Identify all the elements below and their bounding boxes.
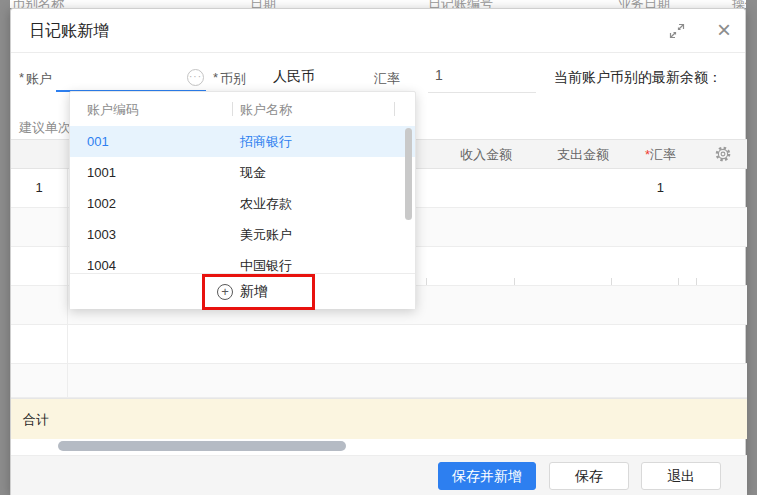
- rate-input[interactable]: 1: [435, 67, 443, 83]
- dropdown-add-new-button[interactable]: + 新增: [70, 273, 415, 309]
- plus-circle-icon: +: [217, 284, 233, 300]
- account-lookup-icon[interactable]: ···: [187, 69, 204, 86]
- new-journal-entry-dialog: 日记账新增 × * 账户 ··· * 币别 人民币 汇率 1 当前账户币别的最新…: [10, 8, 746, 495]
- dialog-footer: 保存并新增 保存 退出: [11, 455, 747, 495]
- current-balance-text: 当前账户币别的最新余额：: [554, 69, 722, 87]
- add-new-label: 新增: [240, 283, 268, 301]
- dialog-title: 日记账新增: [29, 9, 109, 53]
- row-number: 1: [11, 169, 67, 207]
- rate-input-underline: [428, 92, 536, 93]
- column-header-income: 收入金额: [426, 146, 512, 164]
- close-icon[interactable]: ×: [711, 17, 737, 43]
- total-label: 合计: [23, 399, 49, 440]
- dropdown-header-code: 账户编码: [87, 101, 139, 119]
- bg-header-fragment: 币别名称: [12, 0, 64, 8]
- dropdown-scrollbar-thumb[interactable]: [405, 128, 412, 220]
- bg-header-fragment: 操作: [732, 0, 746, 8]
- rate-label: 汇率: [374, 70, 400, 88]
- account-label: 账户: [26, 70, 52, 88]
- save-button[interactable]: 保存: [549, 462, 629, 490]
- dropdown-option-1004[interactable]: 1004 中国银行: [70, 250, 415, 273]
- account-required-mark: *: [19, 70, 24, 85]
- maximize-icon[interactable]: [667, 21, 687, 41]
- dropdown-option-001[interactable]: 001 招商银行: [70, 126, 415, 157]
- background-page-sliver: 币别名称 日期 日记账编号 业务日期 操作: [10, 0, 746, 8]
- bg-header-fragment: 日记账编号: [428, 0, 493, 8]
- hint-text: 建议单次: [19, 119, 71, 137]
- grid-row-6[interactable]: [11, 364, 747, 398]
- currency-input[interactable]: 人民币: [273, 68, 315, 86]
- total-row: 合计: [11, 398, 747, 439]
- row-number-column-divider: [67, 169, 68, 398]
- dropdown-option-1001[interactable]: 1001 现金: [70, 157, 415, 188]
- account-input[interactable]: [56, 71, 206, 92]
- dialog-titlebar: 日记账新增 ×: [11, 9, 745, 53]
- dropdown-option-1003[interactable]: 1003 美元账户: [70, 219, 415, 250]
- grid-row-5[interactable]: [11, 325, 747, 364]
- bg-header-fragment: 业务日期: [618, 0, 670, 8]
- dropdown-list: 001 招商银行 1001 现金 1002 农业存款 1003 美元账户 100…: [70, 126, 415, 273]
- currency-required-mark: *: [213, 70, 218, 85]
- column-header-rate: *汇率: [609, 146, 676, 164]
- column-header-expense: 支出金额: [514, 146, 609, 164]
- account-picker-dropdown: 账户编码 账户名称 001 招商银行 1001 现金 1002 农业存款 100…: [69, 91, 416, 309]
- bg-header-fragment: 日期: [250, 0, 276, 8]
- gear-icon[interactable]: [714, 145, 732, 163]
- save-and-new-button[interactable]: 保存并新增: [438, 462, 536, 490]
- dropdown-header-name: 账户名称: [240, 101, 292, 119]
- exit-button[interactable]: 退出: [641, 462, 721, 490]
- row1-rate-cell[interactable]: 1: [611, 169, 678, 207]
- dropdown-option-1002[interactable]: 1002 农业存款: [70, 188, 415, 219]
- dropdown-header: 账户编码 账户名称: [70, 92, 415, 126]
- currency-label: 币别: [220, 70, 246, 88]
- horizontal-scrollbar-thumb[interactable]: [58, 441, 346, 451]
